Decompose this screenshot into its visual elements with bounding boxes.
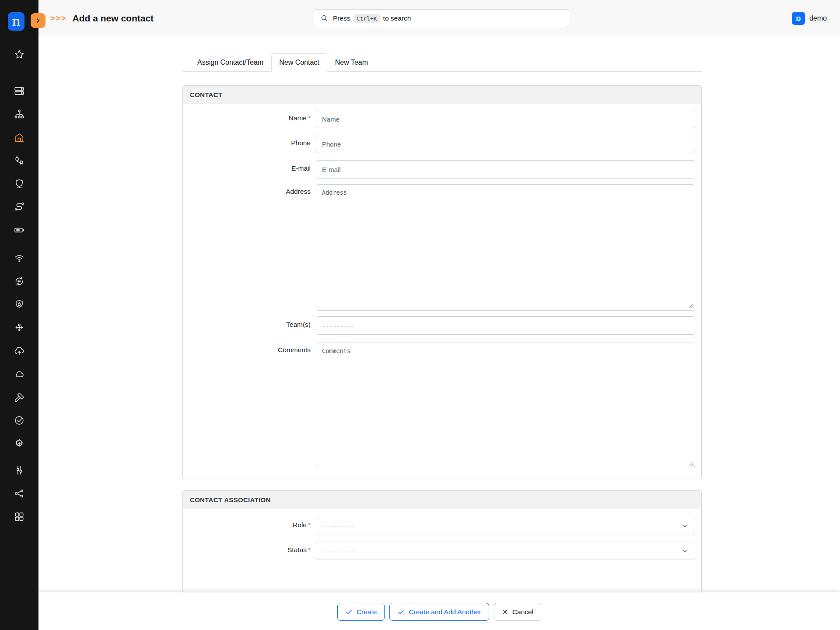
chevron-down-icon xyxy=(681,522,689,530)
status-select[interactable]: --------- xyxy=(316,542,695,560)
email-field[interactable] xyxy=(316,160,695,178)
comments-label: Comments xyxy=(189,343,311,468)
cables-icon[interactable] xyxy=(14,155,25,166)
contact-association-title: CONTACT ASSOCIATION xyxy=(183,491,701,509)
required-asterisk: * xyxy=(308,114,311,122)
grid-icon[interactable] xyxy=(14,511,25,522)
breadcrumb-arrows: >>> xyxy=(50,14,67,23)
phone-field[interactable] xyxy=(316,135,695,153)
cloud-upload-icon[interactable] xyxy=(14,345,25,357)
sidebar-nav xyxy=(0,49,38,522)
tab-assign-contact-team[interactable]: Assign Contact/Team xyxy=(189,53,271,72)
form-footer: Create Create and Add Another Cancel xyxy=(38,592,840,630)
search-input[interactable]: Press Ctrl+K to search xyxy=(314,9,569,27)
tab-new-team[interactable]: New Team xyxy=(327,53,376,72)
check-icon xyxy=(397,608,405,616)
avatar: D xyxy=(792,12,805,25)
cloud-icon[interactable] xyxy=(14,368,25,380)
spread-arrows-icon[interactable] xyxy=(14,322,25,333)
contact-association-section: CONTACT ASSOCIATION Role* --------- xyxy=(182,490,702,592)
comments-row: Comments xyxy=(189,343,695,468)
phone-row: Phone xyxy=(189,135,695,153)
search-kbd-badge: Ctrl+K xyxy=(354,14,380,23)
x-icon xyxy=(502,609,508,615)
role-label: Role* xyxy=(189,517,311,535)
star-icon[interactable] xyxy=(14,49,25,60)
search-placeholder: Press Ctrl+K to search xyxy=(333,14,411,23)
status-row: Status* --------- xyxy=(189,542,695,560)
chevron-down-icon xyxy=(681,547,689,555)
sidebar-toggle-button[interactable] xyxy=(31,13,46,28)
contact-association-body: Role* --------- Status* xyxy=(183,509,701,592)
create-and-add-another-button[interactable]: Create and Add Another xyxy=(389,603,489,621)
name-label-text: Name xyxy=(289,114,307,122)
user-name: demo xyxy=(809,14,827,22)
teams-field[interactable] xyxy=(316,316,695,335)
tab-bar: Assign Contact/Team New Contact New Team xyxy=(182,53,702,72)
share-nodes-icon[interactable] xyxy=(14,488,25,499)
role-row: Role* --------- xyxy=(189,517,695,535)
create-and-add-another-label: Create and Add Another xyxy=(409,608,481,616)
teams-label: Team(s) xyxy=(189,316,311,335)
teams-row: Team(s) xyxy=(189,316,695,335)
contact-section: CONTACT Name* Phone E-mail xyxy=(182,85,702,479)
contact-section-title: CONTACT xyxy=(183,86,701,104)
status-select-value: --------- xyxy=(322,547,354,554)
address-label: Address xyxy=(189,184,311,311)
address-field[interactable] xyxy=(316,184,695,311)
route-icon[interactable] xyxy=(14,201,25,213)
name-row: Name* xyxy=(189,110,695,128)
topbar: >>> Add a new contact Press Ctrl+K to se… xyxy=(38,0,840,37)
server-rack-icon[interactable] xyxy=(14,85,25,97)
search-placeholder-prefix: Press xyxy=(333,14,350,22)
phone-label: Phone xyxy=(189,135,311,153)
status-label-text: Status xyxy=(287,546,307,553)
search-icon xyxy=(320,14,329,22)
name-field[interactable] xyxy=(316,110,695,128)
hammer-icon[interactable] xyxy=(14,392,25,403)
role-select-value: --------- xyxy=(322,522,354,529)
sitemap-icon[interactable] xyxy=(14,108,25,120)
create-button[interactable]: Create xyxy=(337,603,385,621)
page-title: Add a new contact xyxy=(73,13,154,24)
shield-flame-icon[interactable] xyxy=(14,299,25,310)
gear-plus-icon[interactable] xyxy=(14,438,25,449)
chevron-right-icon xyxy=(35,17,42,24)
contact-section-body: Name* Phone E-mail Address xyxy=(183,104,701,479)
role-select[interactable]: --------- xyxy=(316,517,695,535)
main-content: Assign Contact/Team New Contact New Team… xyxy=(38,37,840,592)
create-button-label: Create xyxy=(357,608,377,616)
sync-arrows-icon[interactable] xyxy=(14,276,25,287)
shield-network-icon[interactable] xyxy=(14,178,25,189)
cancel-button-label: Cancel xyxy=(512,608,533,616)
tab-new-contact[interactable]: New Contact xyxy=(271,53,327,72)
circle-check-icon[interactable] xyxy=(14,415,25,426)
address-row: Address xyxy=(189,184,695,311)
email-row: E-mail xyxy=(189,160,695,178)
comments-field[interactable] xyxy=(316,343,695,468)
search-placeholder-suffix: to search xyxy=(383,14,411,22)
page-head: >>> Add a new contact xyxy=(50,0,154,37)
building-icon[interactable] xyxy=(14,132,25,143)
sidebar: n xyxy=(0,0,38,630)
netbox-logo[interactable]: n xyxy=(8,12,24,31)
role-label-text: Role xyxy=(293,521,307,528)
check-icon xyxy=(345,608,353,616)
battery-icon[interactable] xyxy=(14,224,25,236)
required-asterisk: * xyxy=(308,521,311,528)
name-label: Name* xyxy=(189,110,311,128)
sliders-icon[interactable] xyxy=(14,465,25,476)
email-label: E-mail xyxy=(189,160,311,178)
cancel-button[interactable]: Cancel xyxy=(494,603,541,621)
user-menu[interactable]: D demo xyxy=(792,0,827,37)
required-asterisk: * xyxy=(308,546,311,553)
wifi-icon[interactable] xyxy=(14,252,25,264)
status-label: Status* xyxy=(189,542,311,560)
